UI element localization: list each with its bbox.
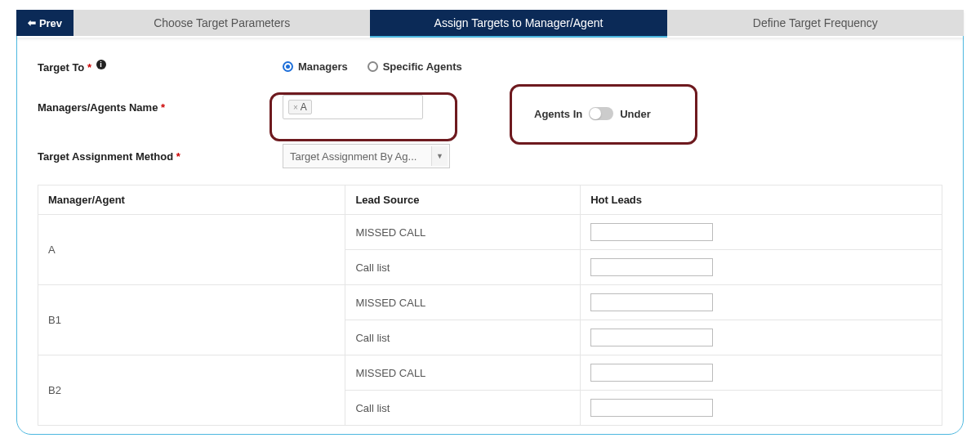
radio-indicator-unchecked [368,61,378,72]
toggle-knob [590,108,601,119]
tab-label: Define Target Frequency [753,16,878,29]
radio-group-target-to: Managers Specific Agents [283,60,462,73]
arrow-left-icon: ⬅ [28,17,36,29]
cell-source: MISSED CALL [345,215,581,250]
label-text: Target Assignment Method [38,150,173,163]
tab-label: Assign Targets to Manager/Agent [434,16,604,29]
table-row: B2 MISSED CALL [38,355,942,391]
cell-source: Call list [345,391,581,426]
agents-scope-toggle[interactable] [589,107,613,120]
tab-choose-parameters[interactable]: Choose Target Parameters [74,10,370,36]
label-managers-name: Managers/Agents Name * [38,101,283,114]
cell-value [581,391,942,426]
tab-assign-targets[interactable]: Assign Targets to Manager/Agent [370,10,666,38]
row-assignment-method: Target Assignment Method * Target Assign… [38,144,942,168]
chevron-down-icon: ▼ [431,146,448,166]
table-row: B1 MISSED CALL [38,285,942,320]
cell-agent: B1 [38,285,345,355]
label-text: Managers/Agents Name [38,101,158,114]
assignment-method-select[interactable]: Target Assignment By Ag... ▼ [283,144,450,168]
assignment-table: Manager/Agent Lead Source Hot Leads A MI… [38,185,942,426]
form-content: Target To * i Managers Specific Agents M… [38,60,942,434]
cell-source: Call list [345,320,581,355]
radio-label: Managers [298,60,348,73]
hot-leads-input[interactable] [590,399,713,417]
cell-source: MISSED CALL [345,355,581,391]
row-target-to: Target To * i Managers Specific Agents [38,60,942,74]
toggle-label-right: Under [620,108,651,120]
required-mark: * [161,101,165,114]
label-text: Target To [38,61,84,74]
hot-leads-input[interactable] [590,329,713,346]
prev-button-label: Prev [39,17,62,29]
hot-leads-input[interactable] [590,223,713,241]
row-managers-name: Managers/Agents Name * × A [38,95,942,119]
tab-label: Choose Target Parameters [154,16,290,29]
wizard-tabs: ⬅ Prev Choose Target Parameters Assign T… [16,10,964,38]
hot-leads-input[interactable] [590,293,713,311]
prev-button[interactable]: ⬅ Prev [16,10,74,36]
managers-name-input[interactable]: × A [283,95,423,119]
radio-specific-agents[interactable]: Specific Agents [368,60,462,73]
radio-indicator-checked [283,61,293,72]
header-source: Lead Source [345,186,581,215]
remove-chip-icon[interactable]: × [293,103,298,112]
label-assignment-method: Target Assignment Method * [38,150,283,163]
cell-value [581,250,942,285]
table-row: A MISSED CALL [38,215,942,250]
hot-leads-input[interactable] [590,258,713,276]
tab-define-frequency[interactable]: Define Target Frequency [667,10,964,36]
radio-label: Specific Agents [383,60,462,73]
cell-agent: B2 [38,355,345,426]
required-mark: * [87,61,91,74]
chip-text: A [301,101,307,113]
required-mark: * [176,150,180,163]
cell-value [581,355,942,391]
cell-value [581,285,942,320]
radio-managers[interactable]: Managers [283,60,348,73]
header-value: Hot Leads [581,186,942,215]
cell-source: MISSED CALL [345,285,581,320]
cell-agent: A [38,215,345,285]
cell-value [581,215,942,250]
cell-value [581,320,942,355]
select-value: Target Assignment By Ag... [290,150,416,163]
hot-leads-input[interactable] [590,364,713,382]
main-panel: Target To * i Managers Specific Agents M… [16,10,964,435]
label-target-to: Target To * i [38,60,283,74]
cell-source: Call list [345,250,581,285]
selected-chip: × A [288,100,312,114]
info-icon[interactable]: i [96,60,106,69]
agents-scope-toggle-wrap: Agents In Under [534,107,651,120]
toggle-label-left: Agents In [534,108,582,120]
header-agent: Manager/Agent [38,186,345,215]
